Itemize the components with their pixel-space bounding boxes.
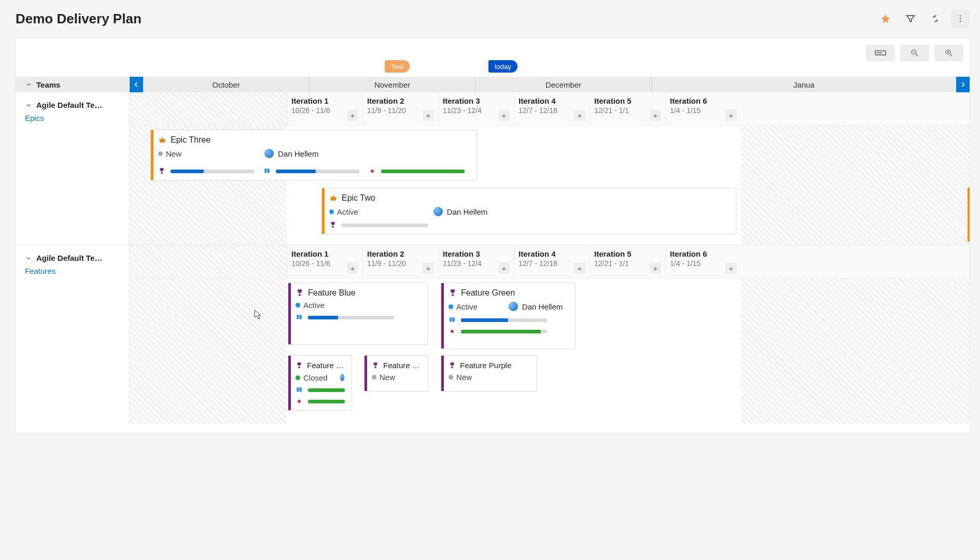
zoom-out-icon [910, 48, 919, 58]
card-state: Closed [303, 373, 328, 382]
book-icon [449, 316, 456, 324]
feature-card-blue[interactable]: Feature Blue Active [288, 283, 428, 345]
scroll-right-button[interactable] [956, 77, 970, 92]
epic-card-epic-three[interactable]: Epic Three New Dan Hellem [150, 130, 477, 180]
card-state: New [166, 149, 181, 158]
iteration-add-button[interactable]: + [574, 262, 585, 274]
iteration-1-header[interactable]: Iteration 1 10/26 - 11/6 + [287, 245, 362, 278]
assignee-name: Dan Hellem [447, 207, 487, 216]
iteration-add-button[interactable]: + [650, 262, 661, 274]
month-november: November [309, 77, 475, 92]
iteration-add-button[interactable]: + [498, 109, 510, 121]
backlog-link-epics[interactable]: Epics [25, 114, 121, 122]
svg-point-1 [960, 18, 961, 19]
card-state: New [456, 373, 472, 382]
state-dot-icon [449, 304, 453, 309]
iteration-title: Iteration 4 [519, 249, 585, 258]
marker-today[interactable]: today [488, 60, 517, 73]
epic-card-epic-two[interactable]: Epic Two Active Dan Hellem [321, 188, 736, 234]
iteration-5-header[interactable]: Iteration 5 12/21 - 1/1 + [590, 92, 665, 125]
teams-label: Teams [36, 80, 60, 89]
card-style-button[interactable] [866, 45, 895, 61]
assignee-name: Dan Hellem [522, 302, 563, 311]
iteration-add-button[interactable]: + [725, 109, 737, 121]
state-dot-icon [296, 303, 300, 307]
bug-icon [296, 398, 303, 405]
trophy-icon [329, 221, 337, 229]
more-actions-button[interactable] [951, 9, 970, 28]
state-dot-icon [372, 375, 376, 380]
iteration-2-header[interactable]: Iteration 2 11/9 - 11/20 + [362, 92, 438, 125]
feature-card-purple[interactable]: Feature Purple New [441, 355, 537, 391]
team-row-toggle[interactable]: Agile Default Te… [25, 254, 121, 262]
chevron-left-icon [133, 81, 140, 88]
iteration-title: Iteration 5 [594, 96, 661, 105]
iteration-5-header[interactable]: Iteration 5 12/21 - 1/1 + [590, 245, 665, 278]
rollup-bar [276, 170, 359, 173]
iteration-2-header[interactable]: Iteration 2 11/9 - 11/20 + [362, 245, 438, 278]
scroll-left-button[interactable] [130, 77, 143, 92]
rollup-bar [461, 318, 547, 322]
iteration-3-header[interactable]: Iteration 3 11/23 - 12/4 + [438, 92, 514, 125]
card-title: Epic Three [171, 135, 211, 145]
iteration-title: Iteration 6 [670, 96, 737, 105]
backlog-link-features[interactable]: Features [25, 267, 121, 275]
iteration-1-header[interactable]: Iteration 1 10/26 - 11/6 + [287, 92, 362, 125]
assignee-name: Dan Hellem [278, 149, 318, 158]
chevron-down-icon [25, 255, 32, 262]
iteration-6-header[interactable]: Iteration 6 1/4 - 1/15 + [665, 245, 741, 278]
svg-point-12 [371, 170, 374, 173]
feature-card-truncated-1[interactable]: Feature … Closed [288, 355, 352, 411]
cursor-icon [254, 310, 262, 320]
book-icon [296, 314, 303, 321]
avatar [263, 148, 275, 159]
iteration-add-button[interactable]: + [347, 262, 358, 274]
iteration-3-header[interactable]: Iteration 3 11/23 - 12/4 + [438, 245, 514, 278]
team-name: Agile Default Te… [36, 254, 102, 262]
iteration-add-button[interactable]: + [650, 109, 661, 121]
collapse-fullscreen-button[interactable] [926, 9, 945, 28]
iteration-add-button[interactable]: + [423, 262, 434, 274]
trophy-icon [449, 289, 457, 297]
star-icon [880, 13, 891, 24]
rollup-bar [171, 170, 254, 173]
chevron-down-icon [25, 102, 32, 109]
iteration-add-button[interactable]: + [498, 262, 510, 274]
iteration-add-button[interactable]: + [574, 109, 585, 121]
feature-card-truncated-2[interactable]: Feature … New [364, 355, 428, 391]
zoom-in-button[interactable] [934, 45, 963, 61]
avatar [339, 373, 345, 382]
card-edge-indicator [968, 188, 970, 242]
card-title: Feature Purple [460, 361, 511, 370]
svg-point-2 [960, 21, 961, 22]
svg-point-15 [451, 330, 454, 333]
iteration-4-header[interactable]: Iteration 4 12/7 - 12/18 + [514, 245, 590, 278]
zoom-out-button[interactable] [900, 45, 929, 61]
trophy-icon [372, 362, 379, 369]
iteration-add-button[interactable]: + [423, 109, 434, 121]
book-icon [263, 167, 271, 175]
favorite-button[interactable] [876, 9, 895, 28]
rollup-bar [308, 388, 345, 392]
trophy-icon [296, 362, 303, 369]
iteration-title: Iteration 4 [519, 96, 585, 105]
iteration-add-button[interactable]: + [347, 109, 358, 121]
teams-header[interactable]: Teams [16, 77, 130, 92]
iteration-add-button[interactable]: + [725, 262, 737, 274]
rollup-bar [342, 223, 428, 227]
marker-test[interactable]: Test [385, 60, 410, 73]
card-state: Active [337, 207, 358, 216]
filter-button[interactable] [901, 9, 920, 28]
team-name: Agile Default Te… [36, 101, 102, 109]
feature-card-green[interactable]: Feature Green Active Dan Hellem [441, 283, 576, 349]
svg-line-9 [950, 54, 952, 56]
team-row-toggle[interactable]: Agile Default Te… [25, 101, 121, 109]
chevron-right-icon [959, 81, 967, 88]
iteration-6-header[interactable]: Iteration 6 1/4 - 1/15 + [665, 92, 741, 125]
iteration-title: Iteration 1 [291, 96, 358, 105]
iteration-title: Iteration 1 [291, 249, 358, 258]
bug-icon [369, 167, 376, 175]
iteration-4-header[interactable]: Iteration 4 12/7 - 12/18 + [514, 92, 590, 125]
rollup-bar [308, 316, 394, 319]
card-title: Feature Green [461, 288, 515, 298]
